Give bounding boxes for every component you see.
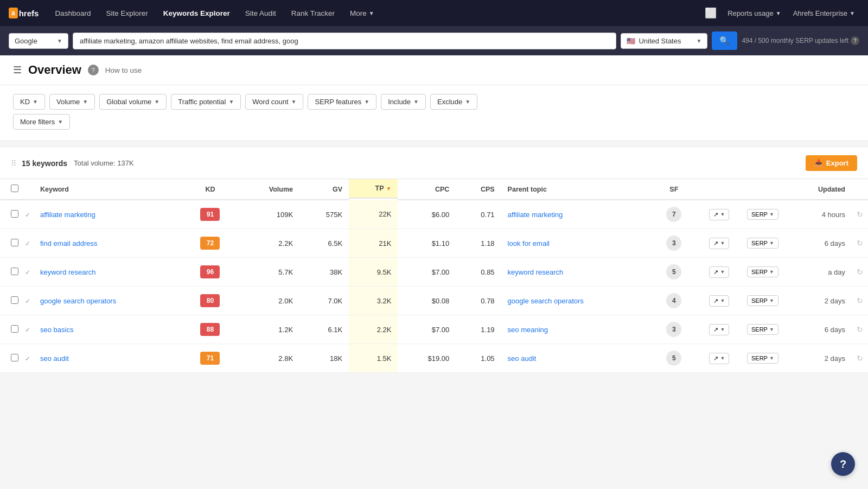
refresh-icon[interactable]: ↻: [857, 210, 863, 219]
parent-topic-link[interactable]: look for email: [508, 239, 550, 247]
refresh-icon[interactable]: ↻: [857, 296, 863, 305]
serp-button[interactable]: SERP ▼: [747, 238, 778, 249]
nav-item-site-explorer[interactable]: Site Explorer: [98, 0, 155, 26]
trend-button[interactable]: ↗ ▼: [709, 266, 729, 278]
serp-label: SERP: [751, 297, 768, 304]
country-select[interactable]: 🇺🇸 United States ▼: [621, 33, 707, 49]
parent-topic-link[interactable]: affiliate marketing: [508, 211, 563, 219]
search-button[interactable]: 🔍: [712, 31, 737, 50]
row-checkbox[interactable]: [11, 296, 18, 304]
sf-badge[interactable]: 3: [666, 322, 681, 337]
kd-filter-button[interactable]: KD ▼: [13, 94, 45, 110]
refresh-icon[interactable]: ↻: [857, 325, 863, 334]
col-header-gv[interactable]: GV: [299, 179, 349, 200]
word-count-filter-button[interactable]: Word count ▼: [245, 94, 303, 110]
row-checkbox[interactable]: [11, 268, 18, 275]
row-checkbox[interactable]: [11, 325, 18, 333]
verify-icon[interactable]: ✓: [25, 326, 30, 334]
nav-item-rank-tracker[interactable]: Rank Tracker: [284, 0, 342, 26]
more-filters-button[interactable]: More filters ▼: [13, 114, 70, 130]
ahrefs-enterprise-button[interactable]: Ahrefs Enterprise ▼: [789, 9, 859, 17]
help-circle-icon[interactable]: ?: [88, 65, 99, 75]
sf-badge[interactable]: 5: [666, 264, 681, 280]
col-header-cpc[interactable]: CPC: [398, 179, 456, 200]
serp-chevron-icon: ▼: [769, 327, 774, 332]
col-header-kd[interactable]: KD: [183, 179, 238, 200]
sf-badge[interactable]: 4: [666, 293, 681, 308]
verify-icon[interactable]: ✓: [25, 240, 30, 247]
export-button[interactable]: 📥 Export: [806, 155, 857, 171]
more-filters-chevron-icon: ▼: [58, 119, 63, 125]
col-header-tp[interactable]: TP ▼: [349, 179, 398, 199]
volume-chevron-icon: ▼: [82, 99, 88, 105]
monitor-icon[interactable]: ⬜: [701, 7, 720, 19]
serp-help-icon[interactable]: ?: [851, 36, 859, 45]
keyword-link[interactable]: google search operators: [40, 297, 116, 305]
nav-item-more[interactable]: More ▼: [342, 0, 382, 26]
table-section: ⠿ 15 keywords Total volume: 137K 📥 Expor…: [0, 148, 868, 373]
reports-usage-button[interactable]: Reports usage ▼: [723, 9, 785, 17]
parent-topic-link[interactable]: seo meaning: [508, 326, 548, 334]
country-chevron-icon: ▼: [697, 38, 702, 44]
row-checkbox[interactable]: [11, 354, 18, 361]
sf-badge[interactable]: 7: [666, 207, 681, 222]
keyword-link[interactable]: seo audit: [40, 354, 69, 363]
how-to-use-link[interactable]: How to use: [105, 66, 142, 74]
verify-icon[interactable]: ✓: [25, 297, 30, 305]
trend-button[interactable]: ↗ ▼: [709, 238, 729, 249]
trend-button[interactable]: ↗ ▼: [709, 353, 729, 364]
verify-icon[interactable]: ✓: [25, 355, 30, 363]
sf-badge[interactable]: 3: [666, 236, 681, 251]
refresh-icon[interactable]: ↻: [857, 354, 863, 363]
parent-topic-link[interactable]: seo audit: [508, 354, 537, 363]
reports-chevron-icon: ▼: [776, 10, 781, 16]
col-header-volume[interactable]: Volume: [238, 179, 299, 200]
table-row: ✓ google search operators 80 2.0K 7.0K 3…: [0, 287, 868, 315]
trend-button[interactable]: ↗ ▼: [709, 209, 729, 220]
search-input[interactable]: affiliate marketing, amazon affiliate we…: [73, 33, 616, 49]
col-header-parent-topic[interactable]: Parent topic: [501, 179, 650, 200]
col-header-sf[interactable]: SF: [650, 179, 698, 200]
search-engine-select[interactable]: Google ▼: [9, 33, 68, 49]
col-header-cps[interactable]: CPS: [456, 179, 501, 200]
parent-topic-link[interactable]: google search operators: [508, 297, 584, 305]
verify-icon[interactable]: ✓: [25, 211, 30, 219]
refresh-icon[interactable]: ↻: [857, 239, 863, 247]
serp-button[interactable]: SERP ▼: [747, 266, 778, 277]
row-checkbox[interactable]: [11, 210, 18, 218]
sf-badge[interactable]: 5: [666, 351, 681, 366]
keyword-link[interactable]: affiliate marketing: [40, 211, 95, 219]
serp-features-filter-button[interactable]: SERP features ▼: [308, 94, 376, 110]
row-checkbox[interactable]: [11, 239, 18, 246]
sidebar-toggle-icon[interactable]: ☰: [13, 64, 22, 76]
verify-icon[interactable]: ✓: [25, 269, 30, 276]
global-volume-filter-button[interactable]: Global volume ▼: [99, 94, 167, 110]
kd-badge: 88: [200, 323, 220, 336]
serp-button[interactable]: SERP ▼: [747, 295, 778, 306]
parent-topic-link[interactable]: keyword research: [508, 268, 564, 276]
nav-item-site-audit[interactable]: Site Audit: [238, 0, 284, 26]
nav-item-keywords-explorer[interactable]: Keywords Explorer: [156, 0, 238, 26]
serp-button[interactable]: SERP ▼: [747, 353, 778, 364]
include-filter-button[interactable]: Include ▼: [381, 94, 426, 110]
serp-button[interactable]: SERP ▼: [747, 324, 778, 335]
trend-button[interactable]: ↗ ▼: [709, 295, 729, 307]
keyword-link[interactable]: keyword research: [40, 268, 96, 276]
logo[interactable]: a hrefs: [9, 8, 39, 18]
col-header-updated[interactable]: Updated: [784, 179, 852, 200]
filter-row: KD ▼ Volume ▼ Global volume ▼ Traffic po…: [13, 94, 855, 110]
keyword-link[interactable]: seo basics: [40, 326, 73, 334]
col-header-keyword[interactable]: Keyword: [34, 179, 183, 200]
select-all-checkbox[interactable]: [11, 185, 18, 192]
keyword-link[interactable]: find email address: [40, 239, 98, 247]
refresh-icon[interactable]: ↻: [857, 268, 863, 276]
volume-filter-button[interactable]: Volume ▼: [49, 94, 95, 110]
traffic-potential-filter-button[interactable]: Traffic potential ▼: [171, 94, 241, 110]
trend-button[interactable]: ↗ ▼: [709, 324, 729, 335]
col-header-select-all[interactable]: [0, 179, 23, 200]
serp-button[interactable]: SERP ▼: [747, 209, 778, 220]
table-row: ✓ affiliate marketing 91 109K 575K 22K $…: [0, 200, 868, 229]
trend-chart-icon: ↗: [713, 240, 718, 247]
exclude-filter-button[interactable]: Exclude ▼: [430, 94, 477, 110]
nav-item-dashboard[interactable]: Dashboard: [47, 0, 98, 26]
